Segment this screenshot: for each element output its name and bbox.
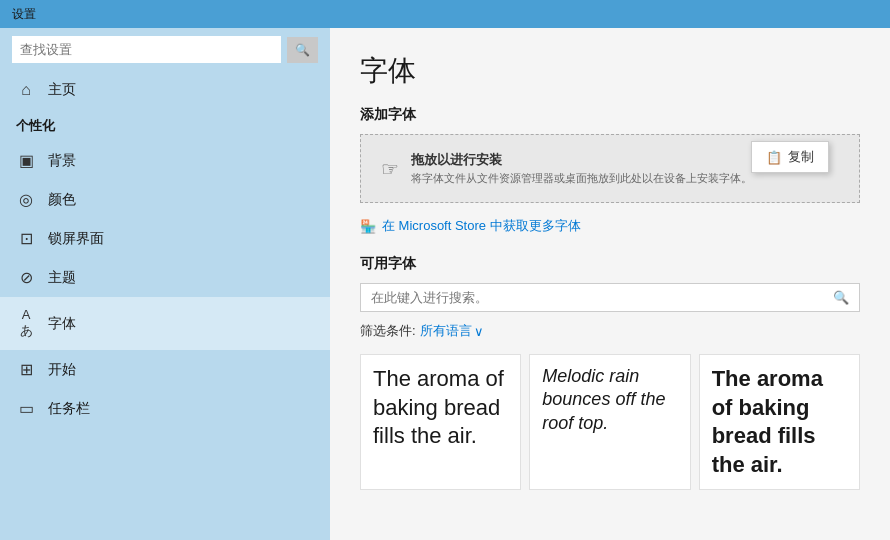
sidebar-item-color-label: 颜色 bbox=[48, 191, 76, 209]
font-card-2[interactable]: Melodic rain bounces off the roof top. bbox=[529, 354, 690, 490]
content-area: 字体 添加字体 ☞ 拖放以进行安装 将字体文件从文件资源管理器或桌面拖放到此处以… bbox=[330, 28, 890, 540]
sidebar-item-home[interactable]: ⌂ 主页 bbox=[0, 71, 330, 109]
sidebar-item-start[interactable]: ⊞ 开始 bbox=[0, 350, 330, 389]
fonts-icon: Aあ bbox=[16, 307, 36, 340]
color-icon: ◎ bbox=[16, 190, 36, 209]
sidebar-section-label: 个性化 bbox=[0, 109, 330, 141]
sidebar-search-container: 🔍 bbox=[0, 28, 330, 71]
main-layout: 🔍 ⌂ 主页 个性化 ▣ 背景 ◎ 颜色 ⊡ 锁屏界面 ⊘ 主题 bbox=[0, 28, 890, 540]
home-icon: ⌂ bbox=[16, 81, 36, 99]
font-card-1[interactable]: The aroma of baking bread fills the air. bbox=[360, 354, 521, 490]
store-link[interactable]: 🏪 在 Microsoft Store 中获取更多字体 bbox=[360, 217, 860, 235]
fonts-search-icon: 🔍 bbox=[833, 290, 849, 305]
sidebar-item-background-label: 背景 bbox=[48, 152, 76, 170]
font-preview-row: The aroma of baking bread fills the air.… bbox=[360, 354, 860, 490]
drop-zone-description: 将字体文件从文件资源管理器或桌面拖放到此处以在设备上安装字体。 bbox=[411, 171, 839, 186]
context-menu-copy-label[interactable]: 复制 bbox=[788, 148, 814, 166]
filter-value-link[interactable]: 所有语言 ∨ bbox=[420, 322, 484, 340]
store-icon: 🏪 bbox=[360, 219, 376, 234]
add-fonts-section-title: 添加字体 bbox=[360, 106, 860, 124]
sidebar-item-fonts-label: 字体 bbox=[48, 315, 76, 333]
sidebar-search-input[interactable] bbox=[12, 36, 281, 63]
sidebar-item-home-label: 主页 bbox=[48, 81, 76, 99]
available-fonts-section-title: 可用字体 bbox=[360, 255, 860, 273]
filter-label: 筛选条件: bbox=[360, 322, 416, 340]
sidebar-item-fonts[interactable]: Aあ 字体 bbox=[0, 297, 330, 350]
store-link-label: 在 Microsoft Store 中获取更多字体 bbox=[382, 217, 581, 235]
font-preview-text-3: The aroma of baking bread fills the air. bbox=[712, 365, 847, 479]
sidebar-item-background[interactable]: ▣ 背景 bbox=[0, 141, 330, 180]
sidebar: 🔍 ⌂ 主页 个性化 ▣ 背景 ◎ 颜色 ⊡ 锁屏界面 ⊘ 主题 bbox=[0, 28, 330, 540]
sidebar-item-theme[interactable]: ⊘ 主题 bbox=[0, 258, 330, 297]
theme-icon: ⊘ bbox=[16, 268, 36, 287]
fonts-search-box: 🔍 bbox=[360, 283, 860, 312]
background-icon: ▣ bbox=[16, 151, 36, 170]
copy-icon: 📋 bbox=[766, 150, 782, 165]
filter-value-text: 所有语言 bbox=[420, 322, 472, 340]
filter-row: 筛选条件: 所有语言 ∨ bbox=[360, 322, 860, 340]
taskbar-icon: ▭ bbox=[16, 399, 36, 418]
filter-chevron-icon: ∨ bbox=[474, 324, 484, 339]
start-icon: ⊞ bbox=[16, 360, 36, 379]
lockscreen-icon: ⊡ bbox=[16, 229, 36, 248]
sidebar-item-lockscreen[interactable]: ⊡ 锁屏界面 bbox=[0, 219, 330, 258]
sidebar-item-taskbar-label: 任务栏 bbox=[48, 400, 90, 418]
sidebar-item-theme-label: 主题 bbox=[48, 269, 76, 287]
drop-zone[interactable]: ☞ 拖放以进行安装 将字体文件从文件资源管理器或桌面拖放到此处以在设备上安装字体… bbox=[360, 134, 860, 203]
sidebar-item-color[interactable]: ◎ 颜色 bbox=[0, 180, 330, 219]
fonts-search-input[interactable] bbox=[371, 290, 833, 305]
sidebar-item-start-label: 开始 bbox=[48, 361, 76, 379]
font-preview-text-2: Melodic rain bounces off the roof top. bbox=[542, 365, 677, 435]
context-menu: 📋 复制 bbox=[751, 141, 829, 173]
font-preview-text-1: The aroma of baking bread fills the air. bbox=[373, 365, 508, 451]
sidebar-search-button[interactable]: 🔍 bbox=[287, 37, 318, 63]
sidebar-item-lockscreen-label: 锁屏界面 bbox=[48, 230, 104, 248]
title-bar-label: 设置 bbox=[12, 6, 36, 23]
drag-cursor-icon: ☞ bbox=[381, 157, 399, 181]
font-card-3[interactable]: The aroma of baking bread fills the air. bbox=[699, 354, 860, 490]
sidebar-item-taskbar[interactable]: ▭ 任务栏 bbox=[0, 389, 330, 428]
page-title: 字体 bbox=[360, 52, 860, 90]
title-bar: 设置 bbox=[0, 0, 890, 28]
